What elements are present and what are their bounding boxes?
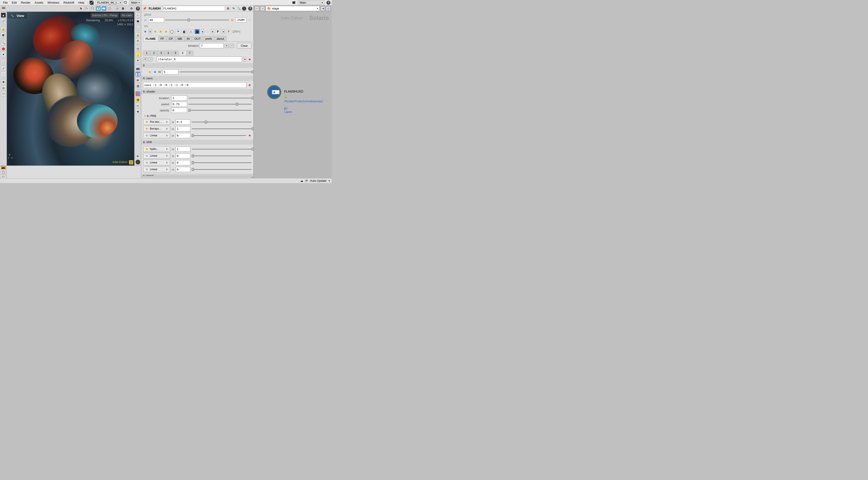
axis-icon[interactable]: ✦ <box>1 52 6 57</box>
tab-ff[interactable]: FF <box>158 36 166 41</box>
refresh-icon[interactable]: ⟳ <box>305 179 308 182</box>
help-icon[interactable]: ? <box>327 1 331 5</box>
pre-weight-input[interactable] <box>176 133 190 138</box>
tire-icon[interactable]: ◎ <box>1 85 6 90</box>
var-select[interactable]: ★Linear▴▾ <box>143 166 170 172</box>
gear2-icon[interactable]: ⚙ <box>226 6 230 11</box>
iter-tab-7[interactable]: 7 <box>186 50 193 56</box>
select-tool-icon[interactable] <box>79 6 84 11</box>
camera-view-icon[interactable]: ▣ <box>135 19 141 24</box>
tab-about[interactable]: about <box>214 36 227 41</box>
tab-prefs[interactable]: prefs <box>203 36 215 41</box>
link-icon[interactable]: 🔗 <box>1 19 6 24</box>
tab-flame[interactable]: FLAME <box>143 36 158 41</box>
menu-redshift[interactable]: Redshift <box>62 0 76 5</box>
add-iterator-button[interactable]: + <box>225 44 229 48</box>
pre-select[interactable]: ★Bwraps...▴▾ <box>143 126 170 132</box>
star2-icon[interactable]: ☆ <box>248 18 252 22</box>
opacity-slider[interactable] <box>188 110 252 111</box>
w-input[interactable] <box>162 69 178 74</box>
sys-s2-icon[interactable]: ★ <box>158 30 162 34</box>
pre-weight-slider[interactable] <box>192 122 252 123</box>
var-weight-input[interactable] <box>176 146 190 152</box>
clock-icon[interactable]: ◷ <box>135 46 141 51</box>
node-path-label[interactable]: /Render/Products/renderproduct. <box>284 100 324 103</box>
sys-split-icon[interactable]: ◧ <box>182 29 187 34</box>
info-icon[interactable]: i <box>135 160 141 165</box>
render-tool-icon[interactable] <box>115 6 120 11</box>
transform-icon[interactable]: ⬚ <box>1 60 6 65</box>
help2-icon[interactable]: ? <box>248 6 252 11</box>
iter-tab-5[interactable]: 5 <box>172 50 179 56</box>
var-weight-slider[interactable] <box>192 149 252 149</box>
diamond-icon[interactable]: ◈ <box>135 109 141 114</box>
sys-dd2[interactable]: ▾ <box>201 29 204 34</box>
tab-out[interactable]: OUT <box>192 36 203 41</box>
panel-help-icon[interactable]: ? <box>136 6 140 11</box>
var-weight-input[interactable] <box>176 160 190 165</box>
stack-icon[interactable]: ≣ <box>135 77 141 82</box>
xaos-star-icon[interactable]: ★ <box>248 83 252 87</box>
menu-file[interactable]: File <box>1 0 9 5</box>
sys-grid-icon[interactable]: ▦ <box>195 29 199 34</box>
pre-weight-slider[interactable] <box>192 129 252 129</box>
collapse-button[interactable]: ⇥ <box>320 6 325 11</box>
magnet-icon[interactable]: ∩ <box>1 72 6 76</box>
tab-mb[interactable]: MB <box>175 36 185 41</box>
global-value-input[interactable] <box>148 18 164 23</box>
remove-iterator-button[interactable]: − <box>230 44 234 48</box>
iter-tab-3[interactable]: 3 <box>157 50 165 56</box>
iterators-input[interactable] <box>200 43 223 48</box>
w-star1-icon[interactable]: ★ <box>148 70 152 74</box>
delete-iter-button[interactable]: ✕ <box>143 57 147 61</box>
brush-icon[interactable]: ▬ <box>1 166 6 169</box>
visibility-icon[interactable]: ◐ <box>1 32 6 37</box>
info2-icon[interactable]: i <box>242 6 246 11</box>
var-weight-input[interactable] <box>176 167 190 172</box>
desktop-selector-1[interactable]: FLAM3H_4K_t...▾ <box>95 0 123 5</box>
network-view[interactable]: Indie Edition Solaris ★ FLAM3HUSD 🔒 /Ren… <box>254 12 332 178</box>
speed-slider[interactable] <box>188 104 252 105</box>
tab-in[interactable]: IN <box>184 36 192 41</box>
var-weight-slider[interactable] <box>192 169 252 170</box>
panel-gear-icon[interactable]: ⚙ <box>129 6 134 11</box>
move-icon[interactable]: ✥ <box>1 79 6 84</box>
pin-icon[interactable]: 📌 <box>143 6 147 11</box>
camera-icon[interactable]: 📷 <box>135 66 141 71</box>
grid-icon[interactable] <box>1 6 6 11</box>
clear-button[interactable]: Clear <box>237 43 252 48</box>
target-button[interactable]: ◎ <box>326 6 331 11</box>
star-gold-icon[interactable]: ★ <box>230 18 234 22</box>
menu-edit[interactable]: Edit <box>10 0 19 5</box>
city-icon[interactable]: ▥ <box>135 83 141 88</box>
render-viewport[interactable]: View Karma CPU Persp No cam Rendering 20… <box>7 12 134 166</box>
ghost-icon[interactable]: ☠ <box>135 38 141 43</box>
var-select[interactable]: ★Linear▴▾ <box>143 160 170 166</box>
node-name-input[interactable] <box>162 6 225 11</box>
link2-icon[interactable]: ∞ <box>135 103 141 108</box>
sys-circles-icon[interactable]: ◯ <box>169 29 174 34</box>
sys-dd3[interactable]: ▾ <box>211 29 214 34</box>
node-layers-label[interactable]: 5 Layers <box>284 107 292 113</box>
menu-assets[interactable]: Assets <box>33 0 45 5</box>
var-weight-slider[interactable] <box>192 162 252 163</box>
search-icon[interactable]: 🔍 <box>237 6 241 11</box>
layout-icon[interactable] <box>129 160 133 164</box>
region-tool-icon[interactable] <box>90 6 95 11</box>
var-select[interactable]: ★Splits...▴▾ <box>143 146 170 152</box>
pre-weight-input[interactable] <box>176 119 190 125</box>
pre-header[interactable]: ▼6: PRE <box>143 113 252 118</box>
snapshot-tool-icon[interactable] <box>96 6 101 11</box>
frame-icon[interactable]: ⛶ <box>135 24 141 29</box>
zoom-icon[interactable]: 🔍 <box>1 40 6 45</box>
home-icon[interactable]: ⌂ <box>135 13 141 18</box>
lock-icon[interactable]: 🔒 <box>1 26 6 31</box>
iterator-name-input[interactable] <box>157 57 242 62</box>
take-selector[interactable]: Main▾ <box>298 0 325 5</box>
warn-star-icon[interactable]: ★ <box>248 133 252 137</box>
desktop-selector-2[interactable]: Main▾ <box>129 0 142 5</box>
global-slider[interactable] <box>165 20 229 20</box>
w-star2-icon[interactable]: ★ <box>153 70 157 74</box>
marker-icon[interactable]: ⬤ <box>1 46 6 51</box>
sys-s3-icon[interactable]: ★ <box>164 30 168 34</box>
